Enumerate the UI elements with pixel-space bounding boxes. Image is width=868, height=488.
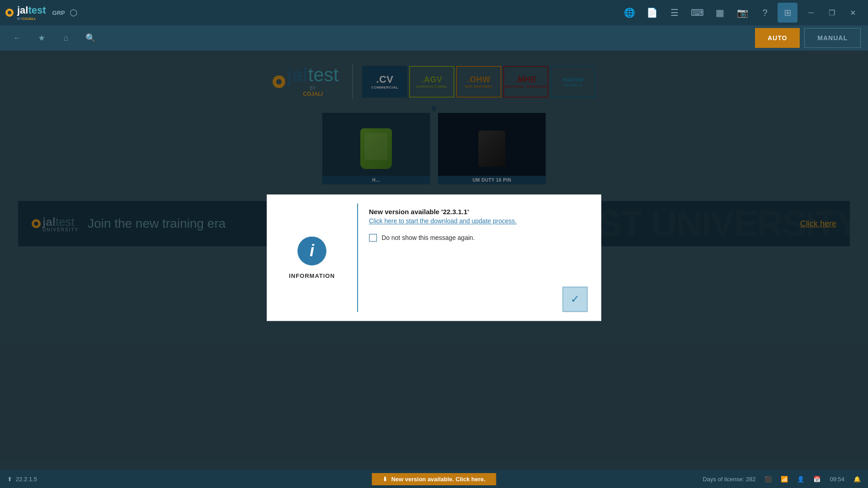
dialog-footer: ✓ — [369, 286, 588, 312]
back-button[interactable]: ← — [7, 28, 27, 48]
main-content: jaltest BY COJALI .CV COMMERCIAL .AGV AG… — [0, 51, 868, 470]
confirm-button[interactable]: ✓ — [562, 286, 588, 312]
status-bar: ⬆ 22.2.1.5 ⬇ New version available. Clic… — [0, 470, 868, 488]
battery-icon: ⬛ — [764, 476, 772, 483]
version-number: 22.2.1.5 — [16, 476, 37, 483]
dialog-right-panel: New version available '22.3.1.1' Click h… — [358, 194, 601, 321]
top-bar-icons: 🌐 📄 ☰ ⌨ ▦ 📷 ? ⊞ — [619, 3, 797, 23]
do-not-show-checkbox[interactable] — [369, 234, 377, 242]
version-info: ⬆ 22.2.1.5 — [7, 476, 37, 483]
restore-button[interactable]: ❐ — [822, 3, 842, 23]
alert-icon: 🔔 — [854, 476, 861, 483]
minimize-button[interactable]: ─ — [801, 3, 821, 23]
time-display: 09:54 — [830, 476, 844, 483]
logo-jal: jal — [17, 5, 28, 16]
checkbox-label: Do not show this message again. — [382, 234, 475, 241]
dialog-title: New version available '22.3.1.1' — [369, 208, 588, 216]
checkmark-icon: ✓ — [571, 293, 580, 305]
calendar-icon: 📅 — [813, 476, 821, 483]
info-label: INFORMATION — [289, 272, 335, 279]
manual-mode-button[interactable]: MANUAL — [804, 28, 861, 48]
window-controls: ─ ❐ ✕ — [801, 3, 863, 23]
download-icon: ⬇ — [382, 476, 387, 483]
logo-dot — [5, 9, 14, 17]
globe-icon[interactable]: 🌐 — [619, 3, 639, 23]
camera-icon[interactable]: 📷 — [732, 3, 752, 23]
update-dialog: i INFORMATION New version available '22.… — [267, 194, 601, 321]
top-bar: jaltest BYCOJALI GRP ⬡ 🌐 📄 ☰ ⌨ ▦ 📷 ? ⊞ ─… — [0, 0, 868, 25]
upload-icon: ⬆ — [7, 476, 12, 483]
list-icon[interactable]: ☰ — [665, 3, 684, 23]
status-update-button[interactable]: ⬇ New version available. Click here. — [372, 473, 496, 485]
document-icon[interactable]: 📄 — [642, 3, 662, 23]
keyboard-icon[interactable]: ⌨ — [687, 3, 707, 23]
dialog-left-panel: i INFORMATION — [267, 194, 357, 321]
download-link[interactable]: Click here to start the download and upd… — [369, 217, 588, 225]
close-button[interactable]: ✕ — [843, 3, 863, 23]
logo-text: jaltest BYCOJALI — [17, 5, 46, 21]
wifi-icon: 📶 — [781, 476, 788, 483]
status-right: Days of license: 282 ⬛ 📶 👤 📅 09:54 🔔 — [703, 476, 861, 483]
cube-icon: ⬡ — [70, 7, 77, 18]
grid-icon[interactable]: ⊞ — [778, 3, 797, 23]
logo-sub: BYCOJALI — [17, 16, 46, 21]
auto-mode-button[interactable]: AUTO — [755, 28, 800, 48]
favorites-button[interactable]: ★ — [32, 28, 52, 48]
second-bar: ← ★ ⌂ 🔍 AUTO MANUAL — [0, 25, 868, 51]
checkbox-row: Do not show this message again. — [369, 234, 588, 242]
help-icon[interactable]: ? — [755, 3, 775, 23]
search-button[interactable]: 🔍 — [80, 28, 100, 48]
license-text: Days of license: 282 — [703, 476, 755, 483]
logo-test: test — [28, 5, 46, 16]
home-button[interactable]: ⌂ — [56, 28, 76, 48]
barcode-icon[interactable]: ▦ — [710, 3, 730, 23]
logo: jaltest BYCOJALI — [5, 5, 46, 21]
grp-label: GRP — [52, 9, 65, 16]
info-icon: i — [297, 236, 326, 265]
person-icon: 👤 — [797, 476, 804, 483]
